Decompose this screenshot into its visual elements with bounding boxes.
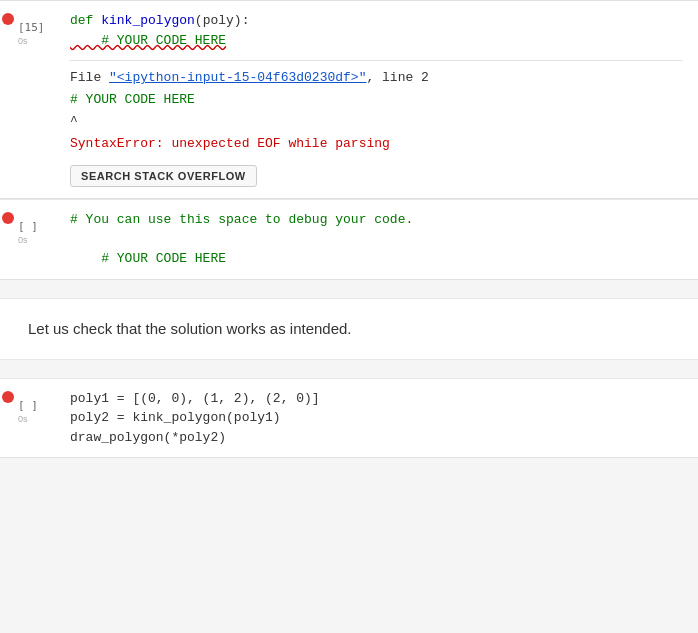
cell-debug-counter: [ ] — [18, 220, 38, 233]
cell-15-code: def kink_polygon(poly): # YOUR CODE HERE — [70, 11, 682, 50]
cell-15-time: 0s — [18, 36, 28, 46]
error-type: SyntaxError — [70, 136, 156, 151]
cell-debug-time: 0s — [18, 235, 28, 245]
cell-check-counter: [ ] — [18, 399, 38, 412]
error-file-prefix: File — [70, 70, 109, 85]
error-dot-15 — [2, 13, 14, 25]
error-file-link[interactable]: "<ipython-input-15-04f63d0230df>" — [109, 70, 366, 85]
cell-debug-gutter: [ ] 0s — [0, 200, 62, 279]
cell-check-time: 0s — [18, 414, 28, 424]
cell-15: [15] 0s def kink_polygon(poly): # YOUR C… — [0, 0, 698, 199]
error-file-suffix: , line 2 — [366, 70, 428, 85]
cell-debug-code: # You can use this space to debug your c… — [70, 210, 682, 269]
code-funcname: kink_polygon — [101, 13, 195, 28]
code-keyword: def — [70, 13, 93, 28]
code-args: (poly): — [195, 13, 250, 28]
cell-15-content: def kink_polygon(poly): # YOUR CODE HERE… — [62, 1, 698, 198]
cell-check-content: poly1 = [(0, 0), (1, 2), (2, 0)] poly2 =… — [62, 379, 698, 458]
cell-15-counter: [15] — [18, 21, 45, 34]
error-type-line: SyntaxError: unexpected EOF while parsin… — [70, 133, 682, 155]
error-msg: : unexpected EOF while parsing — [156, 136, 390, 151]
cell-debug-content: # You can use this space to debug your c… — [62, 200, 698, 279]
error-file-line: File "<ipython-input-15-04f63d0230df>", … — [70, 67, 682, 89]
cell-check-gutter: [ ] 0s — [0, 379, 62, 458]
text-cell: Let us check that the solution works as … — [0, 298, 698, 360]
text-cell-content: Let us check that the solution works as … — [28, 320, 352, 337]
cell-15-gutter: [15] 0s — [0, 1, 62, 198]
cell-15-error-output: File "<ipython-input-15-04f63d0230df>", … — [70, 60, 682, 188]
cell-debug: [ ] 0s # You can use this space to debug… — [0, 199, 698, 280]
search-stackoverflow-button[interactable]: SEARCH STACK OVERFLOW — [70, 165, 257, 187]
check-line1: poly1 = [(0, 0), (1, 2), (2, 0)] — [70, 391, 320, 406]
check-line3: draw_polygon(*poly2) — [70, 430, 226, 445]
separator-2 — [0, 360, 698, 378]
cell-check: [ ] 0s poly1 = [(0, 0), (1, 2), (2, 0)] … — [0, 378, 698, 459]
check-line2: poly2 = kink_polygon(poly1) — [70, 410, 281, 425]
error-caret: ^ — [70, 111, 682, 133]
error-dot-check — [2, 391, 14, 403]
error-dot-debug — [2, 212, 14, 224]
separator-1 — [0, 280, 698, 298]
code-comment-squiggly: # YOUR CODE HERE — [70, 33, 226, 48]
notebook: [15] 0s def kink_polygon(poly): # YOUR C… — [0, 0, 698, 458]
error-code-line: # YOUR CODE HERE — [70, 89, 682, 111]
cell-check-code: poly1 = [(0, 0), (1, 2), (2, 0)] poly2 =… — [70, 389, 682, 448]
debug-comment-2: # YOUR CODE HERE — [70, 251, 226, 266]
debug-comment-1: # You can use this space to debug your c… — [70, 212, 413, 227]
